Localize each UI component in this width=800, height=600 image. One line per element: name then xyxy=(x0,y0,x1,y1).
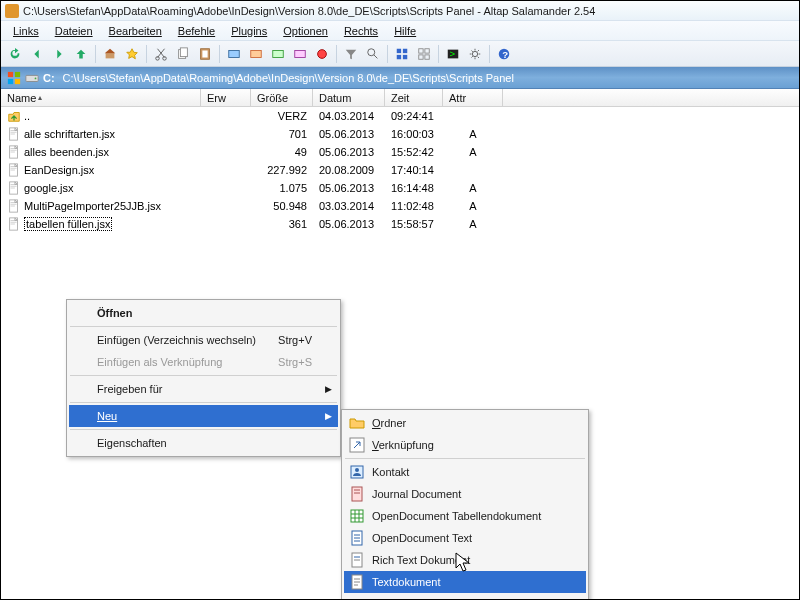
menu-dateien[interactable]: Dateien xyxy=(49,23,99,39)
svg-text:>: > xyxy=(450,47,456,58)
contact-icon xyxy=(348,463,366,481)
nav-fwd-button[interactable] xyxy=(49,44,69,64)
window-titlebar: C:\Users\Stefan\AppData\Roaming\Adobe\In… xyxy=(1,1,799,21)
sub-zip[interactable]: ZIP-komprimierter Ordner xyxy=(344,593,586,600)
table-row[interactable]: ..VERZ04.03.201409:24:41 xyxy=(1,107,799,125)
sub-ods[interactable]: OpenDocument Tabellendokument xyxy=(344,505,586,527)
svg-point-23 xyxy=(472,51,477,56)
svg-rect-0 xyxy=(106,53,115,58)
svg-rect-19 xyxy=(419,54,423,58)
sub-contact[interactable]: Kontakt xyxy=(344,461,586,483)
toolbar: > ? xyxy=(1,41,799,67)
find-button[interactable] xyxy=(363,44,383,64)
table-row[interactable]: EanDesign.jsx227.99220.08.200917:40:14 xyxy=(1,161,799,179)
svg-point-11 xyxy=(318,49,327,58)
svg-rect-20 xyxy=(425,54,429,58)
document-icon xyxy=(348,529,366,547)
table-row[interactable]: MultiPageImporter25JJB.jsx50.94803.03.20… xyxy=(1,197,799,215)
col-name-header[interactable]: Name xyxy=(1,89,201,106)
tool-d-button[interactable] xyxy=(290,44,310,64)
sub-rtf[interactable]: Rich Text Dokument xyxy=(344,549,586,571)
col-groesse-header[interactable]: Größe xyxy=(251,89,313,106)
col-attr-header[interactable]: Attr xyxy=(443,89,503,106)
sub-folder[interactable]: Ordner xyxy=(344,412,586,434)
ctx-paste-cd[interactable]: Einfügen (Verzeichnis wechseln) Strg+V xyxy=(69,329,338,351)
menu-optionen[interactable]: Optionen xyxy=(277,23,334,39)
svg-text:?: ? xyxy=(502,48,508,59)
cut-button[interactable] xyxy=(151,44,171,64)
menu-bar: Links Dateien Bearbeiten Befehle Plugins… xyxy=(1,21,799,41)
settings-button[interactable] xyxy=(465,44,485,64)
folder-icon xyxy=(348,414,366,432)
window-title: C:\Users\Stefan\AppData\Roaming\Adobe\In… xyxy=(23,5,595,17)
path-bar[interactable]: C: C:\Users\Stefan\AppData\Roaming\Adobe… xyxy=(1,67,799,89)
col-datum-header[interactable]: Datum xyxy=(313,89,385,106)
svg-rect-7 xyxy=(229,50,240,57)
menu-bearbeiten[interactable]: Bearbeiten xyxy=(103,23,168,39)
svg-point-31 xyxy=(35,77,37,79)
select-all-button[interactable] xyxy=(392,44,412,64)
rtf-icon xyxy=(348,551,366,569)
tool-e-button[interactable] xyxy=(312,44,332,64)
menu-befehle[interactable]: Befehle xyxy=(172,23,221,39)
table-row[interactable]: alle schriftarten.jsx70105.06.201316:00:… xyxy=(1,125,799,143)
table-row[interactable]: alles beenden.jsx4905.06.201315:52:42A xyxy=(1,143,799,161)
copy-button[interactable] xyxy=(173,44,193,64)
svg-rect-17 xyxy=(419,48,423,52)
refresh-button[interactable] xyxy=(5,44,25,64)
select-none-button[interactable] xyxy=(414,44,434,64)
svg-rect-28 xyxy=(8,78,13,83)
journal-icon xyxy=(348,485,366,503)
spreadsheet-icon xyxy=(348,507,366,525)
svg-rect-9 xyxy=(273,50,284,57)
tool-c-button[interactable] xyxy=(268,44,288,64)
svg-rect-14 xyxy=(403,48,407,52)
menu-links[interactable]: Links xyxy=(7,23,45,39)
col-zeit-header[interactable]: Zeit xyxy=(385,89,443,106)
column-headers: Name Erw Größe Datum Zeit Attr xyxy=(1,89,799,107)
app-icon xyxy=(5,4,19,18)
home-button[interactable] xyxy=(100,44,120,64)
nav-up-button[interactable] xyxy=(71,44,91,64)
ctx-properties[interactable]: Eigenschaften xyxy=(69,432,338,454)
menu-hilfe[interactable]: Hilfe xyxy=(388,23,422,39)
ctx-new[interactable]: Neu▶ xyxy=(69,405,338,427)
terminal-button[interactable]: > xyxy=(443,44,463,64)
col-erw-header[interactable]: Erw xyxy=(201,89,251,106)
sub-shortcut[interactable]: Verknüpfung xyxy=(344,434,586,456)
ctx-share[interactable]: Freigeben für▶ xyxy=(69,378,338,400)
svg-rect-41 xyxy=(352,487,362,501)
context-submenu-new: Ordner Verknüpfung Kontakt Journal Docum… xyxy=(341,409,589,600)
svg-rect-6 xyxy=(202,50,207,57)
svg-rect-13 xyxy=(397,48,401,52)
svg-rect-26 xyxy=(8,71,13,76)
bookmark-button[interactable] xyxy=(122,44,142,64)
table-row[interactable]: google.jsx1.07505.06.201316:14:48A xyxy=(1,179,799,197)
filter-button[interactable] xyxy=(341,44,361,64)
windows-icon xyxy=(7,71,21,85)
menu-rechts[interactable]: Rechts xyxy=(338,23,384,39)
context-menu: Öffnen Einfügen (Verzeichnis wechseln) S… xyxy=(66,299,341,457)
table-row[interactable]: tabellen füllen.jsx36105.06.201315:58:57… xyxy=(1,215,799,233)
svg-rect-8 xyxy=(251,50,262,57)
svg-rect-27 xyxy=(15,71,20,76)
file-list[interactable]: ..VERZ04.03.201409:24:41alle schriftarte… xyxy=(1,107,799,233)
svg-point-40 xyxy=(355,468,359,472)
sub-txt[interactable]: Textdokument xyxy=(344,571,586,593)
tool-a-button[interactable] xyxy=(224,44,244,64)
ctx-paste-link: Einfügen als Verknüpfung Strg+S xyxy=(69,351,338,373)
paste-button[interactable] xyxy=(195,44,215,64)
sub-journal[interactable]: Journal Document xyxy=(344,483,586,505)
svg-rect-15 xyxy=(397,54,401,58)
help-button[interactable]: ? xyxy=(494,44,514,64)
ctx-open[interactable]: Öffnen xyxy=(69,302,338,324)
svg-rect-29 xyxy=(15,78,20,83)
menu-plugins[interactable]: Plugins xyxy=(225,23,273,39)
nav-back-button[interactable] xyxy=(27,44,47,64)
tool-b-button[interactable] xyxy=(246,44,266,64)
svg-rect-18 xyxy=(425,48,429,52)
path-text: C:\Users\Stefan\AppData\Roaming\Adobe\In… xyxy=(63,72,514,84)
sub-odt[interactable]: OpenDocument Text xyxy=(344,527,586,549)
ctx-paste-cd-shortcut: Strg+V xyxy=(278,334,312,346)
text-icon xyxy=(348,573,366,591)
